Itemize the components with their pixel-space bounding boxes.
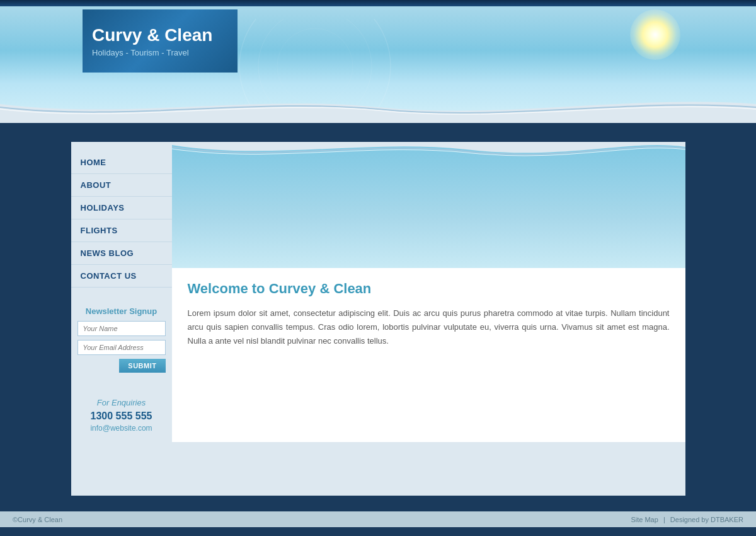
- newsletter-submit-button[interactable]: SUBMIT: [119, 359, 165, 373]
- main-wrapper: HOME ABOUT HOLIDAYS FLIGHTS NEWS BLOG: [0, 142, 756, 442]
- nav-item-about[interactable]: ABOUT: [71, 174, 172, 197]
- nav-item-holidays[interactable]: HOLIDAYS: [71, 197, 172, 219]
- welcome-section: Welcome to Curvey & Clean Lorem ipsum do…: [172, 268, 685, 367]
- newsletter-email-input[interactable]: [77, 340, 166, 355]
- nav-link-home[interactable]: HOME: [71, 151, 172, 173]
- enquiries-phone: 1300 555 555: [77, 411, 166, 422]
- sun-decoration: [630, 9, 680, 60]
- welcome-body: Lorem ipsum dolor sit amet, consectetur …: [188, 306, 670, 348]
- footer-copyright: ©Curvy & Clean: [13, 516, 62, 523]
- wave-svg: [0, 98, 756, 123]
- footer-bar: ©Curvy & Clean Site Map | Designed by DT…: [0, 511, 756, 527]
- welcome-title: Welcome to Curvey & Clean: [188, 281, 670, 297]
- content-container: HOME ABOUT HOLIDAYS FLIGHTS NEWS BLOG: [71, 142, 685, 442]
- logo-subtitle: Holidays - Tourism - Travel: [92, 48, 228, 57]
- footer-designed-by: Designed by DTBAKER: [670, 516, 743, 523]
- main-content: Welcome to Curvey & Clean Lorem ipsum do…: [172, 142, 685, 442]
- enquiries-section: For Enquiries 1300 555 555 info@website.…: [71, 388, 172, 442]
- footer-sitemap-link[interactable]: Site Map: [631, 516, 658, 523]
- newsletter-section: Newsletter Signup SUBMIT: [71, 297, 172, 382]
- nav-link-news-blog[interactable]: NEWS BLOG: [71, 242, 172, 264]
- inner-footer-bg: [71, 442, 685, 496]
- nav-link-holidays[interactable]: HOLIDAYS: [71, 197, 172, 219]
- wave-divider: [0, 117, 756, 142]
- nav-item-flights[interactable]: FLIGHTS: [71, 219, 172, 242]
- nav-link-flights[interactable]: FLIGHTS: [71, 219, 172, 242]
- enquiries-email: info@website.com: [77, 424, 166, 433]
- newsletter-title: Newsletter Signup: [77, 306, 166, 316]
- nav-item-home[interactable]: HOME: [71, 151, 172, 174]
- footer-separator: |: [663, 516, 665, 523]
- footer-links: Site Map | Designed by DTBAKER: [631, 516, 743, 523]
- logo-title: Curvy & Clean: [92, 25, 228, 46]
- sidebar: HOME ABOUT HOLIDAYS FLIGHTS NEWS BLOG: [71, 142, 172, 442]
- banner-wave-top: [172, 142, 685, 167]
- top-bar: [0, 0, 756, 6]
- nav-item-news-blog[interactable]: NEWS BLOG: [71, 242, 172, 265]
- nav-menu: HOME ABOUT HOLIDAYS FLIGHTS NEWS BLOG: [71, 142, 172, 288]
- outer-footer: [0, 442, 756, 511]
- nav-item-contact-us[interactable]: CONTACT US: [71, 265, 172, 288]
- svg-point-2: [277, 28, 353, 104]
- banner-area: [172, 142, 685, 268]
- logo-box: Curvy & Clean Holidays - Tourism - Trave…: [83, 9, 238, 73]
- newsletter-name-input[interactable]: [77, 321, 166, 336]
- nav-link-about[interactable]: ABOUT: [71, 174, 172, 196]
- nav-link-contact-us[interactable]: CONTACT US: [71, 265, 172, 287]
- enquiries-title: For Enquiries: [77, 398, 166, 407]
